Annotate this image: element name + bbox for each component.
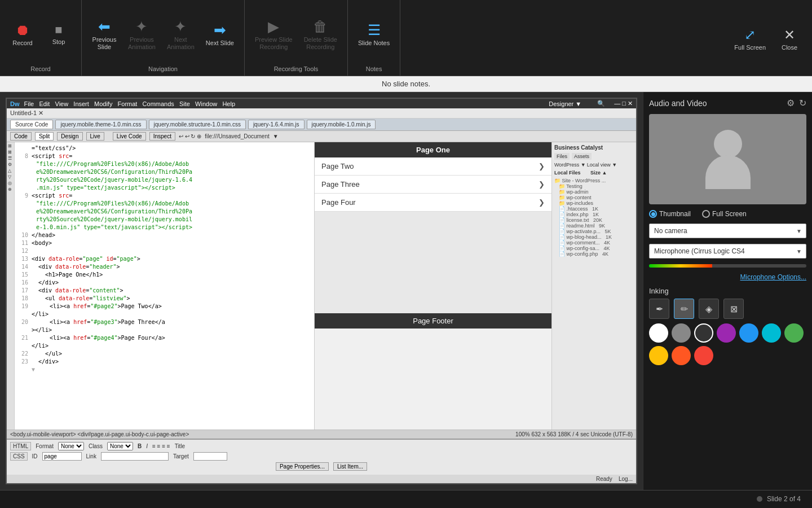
inking-title: Inking <box>649 287 806 295</box>
color-cyan[interactable] <box>762 323 781 343</box>
color-white[interactable] <box>649 323 668 343</box>
next-animation-button[interactable]: ✦ NextAnimation <box>162 17 199 53</box>
dw-page-two-item: Page Two❯ <box>315 157 551 176</box>
record-label: Record <box>12 40 32 47</box>
preview-slide-recording-button[interactable]: ▶ Preview SlideRecording <box>250 17 297 53</box>
stop-label: Stop <box>52 38 65 46</box>
microphone-level-fill <box>649 264 712 268</box>
close-label: Close <box>782 44 797 51</box>
dw-list-item-btn[interactable]: List Item... <box>333 462 367 471</box>
color-black[interactable] <box>694 323 713 343</box>
microphone-dropdown[interactable]: Microphone (Cirrus Logic CS4 <box>649 244 806 259</box>
next-slide-label: Next Slide <box>206 40 234 47</box>
fullscreen-radio[interactable]: Full Screen <box>702 210 747 218</box>
status-dot <box>757 496 762 502</box>
dw-ready-text: Ready Log... <box>596 476 633 482</box>
dw-titlebar: Dw File Edit View Insert Modify Format C… <box>7 99 636 108</box>
dw-split-btn[interactable]: Split <box>35 132 54 141</box>
camera-options: Thumbnail Full Screen <box>649 210 806 218</box>
dw-id-input[interactable] <box>42 452 82 461</box>
dw-preview-panel: Page One Page Two❯ Page Three❯ Page Four… <box>315 142 551 430</box>
delete-slide-recording-label: Delete SlideRecording <box>304 36 337 51</box>
close-button[interactable]: ✕ Close <box>773 26 806 54</box>
clear-tool[interactable]: ⊠ <box>723 299 744 319</box>
inking-tools: ✒ ✏ ◈ ⊠ <box>649 299 806 319</box>
highlighter-tool[interactable]: ✏ <box>674 299 694 319</box>
toolbar-window-section: ⤢ Full Screen ✕ Close <box>724 0 812 76</box>
avatar-head <box>714 130 742 158</box>
avatar <box>705 130 751 189</box>
previous-slide-label: PreviousSlide <box>92 36 117 51</box>
preview-slide-recording-icon: ▶ <box>268 19 279 34</box>
pen-tool[interactable]: ✒ <box>649 299 669 319</box>
full-screen-button[interactable]: ⤢ Full Screen <box>730 26 770 54</box>
dw-tabs: Source Code jquery.mobile.theme-1.0.min.… <box>7 119 636 131</box>
dw-view-toolbar: Code Split Design Live Live Code Inspect… <box>7 131 636 142</box>
camera-dropdown[interactable]: No camera <box>649 224 806 238</box>
color-yellow[interactable] <box>649 346 668 365</box>
audio-video-title: Audio and Video <box>649 99 707 108</box>
color-green[interactable] <box>784 323 804 343</box>
delete-slide-recording-button[interactable]: 🗑 Delete SlideRecording <box>299 17 342 53</box>
dw-format-select[interactable]: None <box>58 442 84 450</box>
dw-design-btn[interactable]: Design <box>57 132 82 141</box>
previous-animation-label: PreviousAnimation <box>128 36 156 51</box>
color-purple[interactable] <box>717 323 736 343</box>
previous-slide-icon: ⬅ <box>98 19 111 34</box>
dw-page-four-item: Page Four❯ <box>315 194 551 212</box>
dw-live-code-btn[interactable]: Live Code <box>113 132 146 141</box>
notes-section-label: Notes <box>366 65 382 76</box>
status-bar: Slide 2 of 4 <box>0 490 812 507</box>
previous-slide-button[interactable]: ⬅ PreviousSlide <box>87 17 121 53</box>
refresh-button[interactable]: ↻ <box>799 98 806 108</box>
color-red[interactable] <box>694 346 713 365</box>
slide-frame: Dw File Edit View Insert Modify Format C… <box>6 98 637 484</box>
color-gray[interactable] <box>672 323 691 343</box>
dw-class-select[interactable]: None <box>107 442 133 450</box>
stop-button[interactable]: ■ Stop <box>42 21 76 48</box>
dw-bottom-statusbar: Ready Log... <box>7 475 636 483</box>
navigation-section-label: Navigation <box>148 65 178 76</box>
slide-position: Slide 2 of 4 <box>767 495 801 503</box>
preview-slide-recording-label: Preview SlideRecording <box>255 36 293 51</box>
color-palette <box>649 323 806 365</box>
next-slide-button[interactable]: ➡ Next Slide <box>201 20 239 49</box>
previous-animation-button[interactable]: ✦ PreviousAnimation <box>123 17 160 53</box>
slide-notes-bar: No slide notes. <box>0 76 812 92</box>
dw-link-input[interactable] <box>101 452 169 461</box>
right-panel-title: Audio and Video ⚙ ↻ <box>649 98 806 108</box>
fullscreen-radio-circle <box>702 210 710 218</box>
next-slide-icon: ➡ <box>214 23 226 37</box>
main-content: Dw File Edit View Insert Modify Format C… <box>0 92 812 490</box>
color-blue[interactable] <box>739 323 758 343</box>
dw-inspect-btn[interactable]: Inspect <box>149 132 175 141</box>
eraser-tool[interactable]: ◈ <box>699 299 719 319</box>
dw-statusbar: <body.ui-mobile-viewport> <div#page.ui-p… <box>7 430 636 439</box>
microphone-dropdown-wrapper: Microphone (Cirrus Logic CS4 <box>649 244 806 259</box>
delete-slide-recording-icon: 🗑 <box>313 19 328 34</box>
slide-notes-button[interactable]: ☰ Slide Notes <box>354 20 394 49</box>
microphone-level-bar <box>649 264 806 268</box>
full-screen-icon: ⤢ <box>744 28 756 42</box>
record-icon: ⏺ <box>15 23 30 37</box>
dw-page-footer: Page Footer <box>315 313 551 329</box>
close-icon: ✕ <box>784 28 795 42</box>
dw-main-area: ⊞⊠ ☰⚙ △▽ ◎⊕ ="text/css"/> 8<script src= … <box>7 142 636 430</box>
camera-dropdown-wrapper: No camera <box>649 224 806 238</box>
previous-animation-icon: ✦ <box>135 19 148 34</box>
color-orange[interactable] <box>672 346 691 365</box>
dw-menubar: Untitled-1 ✕ <box>7 108 636 119</box>
record-button[interactable]: ⏺ Record <box>6 20 39 49</box>
dw-properties: HTML FormatNone ClassNone B I ≡ ≡ ≡ ≡ Ti… <box>7 439 636 475</box>
dw-live-btn[interactable]: Live <box>86 132 104 141</box>
thumbnail-radio[interactable]: Thumbnail <box>649 210 691 218</box>
slide-area: Dw File Edit View Insert Modify Format C… <box>0 92 643 490</box>
dw-target-input[interactable] <box>193 452 227 461</box>
microphone-options-link[interactable]: Microphone Options... <box>649 273 806 281</box>
toolbar-recording-tools-section: ▶ Preview SlideRecording 🗑 Delete SlideR… <box>245 0 348 76</box>
main-toolbar: ⏺ Record ■ Stop Record ⬅ PreviousSlide ✦… <box>0 0 812 76</box>
dw-code-btn[interactable]: Code <box>10 132 32 141</box>
dw-page-properties-btn[interactable]: Page Properties... <box>276 462 329 471</box>
settings-button[interactable]: ⚙ <box>787 98 795 108</box>
inking-section: Inking ✒ ✏ ◈ ⊠ <box>649 287 806 365</box>
